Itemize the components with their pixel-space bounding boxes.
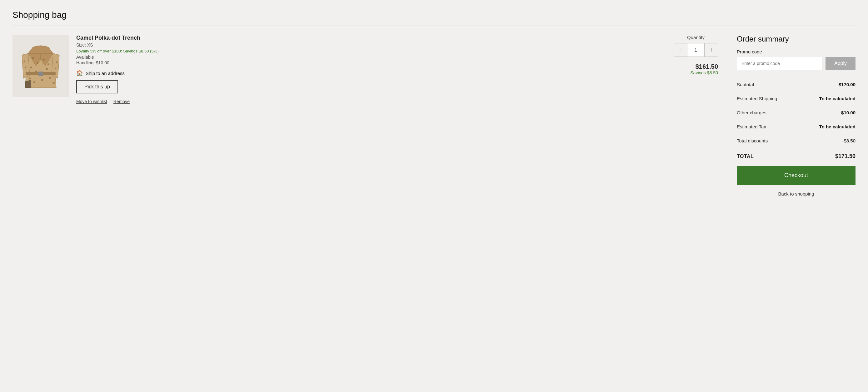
svg-point-2 xyxy=(32,57,34,59)
quantity-price-wrap: Quantity − 1 + $161.50 Savings $8.50 xyxy=(674,35,718,75)
ship-icon: 🏠 xyxy=(76,70,83,76)
svg-point-4 xyxy=(43,59,45,61)
total-label: TOTAL xyxy=(737,154,754,159)
product-size: Size: XS xyxy=(76,42,666,47)
product-name: Camel Polka-dot Trench xyxy=(76,35,666,41)
cart-actions: Move to wishlist Remove xyxy=(76,99,666,104)
discounts-label: Total discounts xyxy=(737,138,768,143)
summary-title: Order summary xyxy=(737,35,856,43)
svg-point-16 xyxy=(56,62,58,63)
summary-total-row: TOTAL $171.50 xyxy=(737,148,856,166)
subtotal-label: Subtotal xyxy=(737,82,754,87)
item-divider xyxy=(12,116,718,116)
summary-row-discounts: Total discounts -$8.50 xyxy=(737,134,856,148)
remove-button[interactable]: Remove xyxy=(114,99,130,104)
summary-row-other-charges: Other charges $10.00 xyxy=(737,105,856,120)
svg-rect-1 xyxy=(38,71,43,76)
main-layout: Camel Polka-dot Trench Size: XS Loyalty … xyxy=(12,35,856,196)
cart-section: Camel Polka-dot Trench Size: XS Loyalty … xyxy=(12,35,718,116)
quantity-section: Quantity − 1 + xyxy=(674,35,718,57)
quantity-label: Quantity xyxy=(687,35,705,40)
price-savings: Savings $8.50 xyxy=(690,70,718,75)
product-image xyxy=(12,35,69,97)
tax-label: Estimated Tax xyxy=(737,124,766,129)
promo-code-input[interactable] xyxy=(737,57,823,70)
price-main: $161.50 xyxy=(690,63,718,70)
price-section: $161.50 Savings $8.50 xyxy=(690,63,718,75)
promo-row: Apply xyxy=(737,57,856,70)
summary-row-shipping: Estimated Shipping To be calculated xyxy=(737,92,856,105)
ship-row: 🏠 Ship to an address xyxy=(76,70,666,76)
svg-point-15 xyxy=(25,67,27,68)
handling-text: Handling: $10.00 xyxy=(76,60,666,65)
quantity-controls: − 1 + xyxy=(674,43,718,57)
ship-label: Ship to an address xyxy=(86,71,125,76)
summary-row-subtotal: Subtotal $170.00 xyxy=(737,77,856,92)
product-details: Camel Polka-dot Trench Size: XS Loyalty … xyxy=(76,35,666,104)
svg-point-6 xyxy=(30,67,32,68)
title-divider xyxy=(12,26,856,26)
page-title: Shopping bag xyxy=(12,10,856,20)
checkout-button[interactable]: Checkout xyxy=(737,166,856,185)
svg-point-3 xyxy=(36,62,38,64)
shipping-label: Estimated Shipping xyxy=(737,96,777,101)
summary-row-tax: Estimated Tax To be calculated xyxy=(737,120,856,134)
pickup-button[interactable]: Pick this up xyxy=(76,80,118,93)
discounts-value: -$8.50 xyxy=(842,138,856,143)
svg-point-7 xyxy=(35,71,37,72)
order-summary: Order summary Promo code Apply Subtotal … xyxy=(737,35,856,196)
tax-value: To be calculated xyxy=(819,124,856,129)
summary-rows: Subtotal $170.00 Estimated Shipping To b… xyxy=(737,77,856,148)
back-to-shopping-link[interactable]: Back to shopping xyxy=(737,191,856,196)
other-charges-value: $10.00 xyxy=(841,110,856,115)
availability-text: Available xyxy=(76,55,666,60)
move-to-wishlist-button[interactable]: Move to wishlist xyxy=(76,99,107,104)
product-coat-svg xyxy=(19,38,62,94)
svg-point-10 xyxy=(33,81,35,83)
svg-point-17 xyxy=(55,68,57,69)
quantity-value: 1 xyxy=(687,43,704,57)
svg-point-12 xyxy=(49,77,51,79)
apply-promo-button[interactable]: Apply xyxy=(826,57,856,70)
svg-point-9 xyxy=(29,77,31,79)
quantity-decrease-button[interactable]: − xyxy=(674,43,687,57)
shipping-value: To be calculated xyxy=(819,96,856,101)
svg-point-13 xyxy=(53,82,55,84)
subtotal-value: $170.00 xyxy=(839,82,856,87)
quantity-increase-button[interactable]: + xyxy=(704,43,718,57)
total-value: $171.50 xyxy=(835,153,856,160)
svg-point-11 xyxy=(41,79,43,81)
other-charges-label: Other charges xyxy=(737,110,767,115)
svg-point-5 xyxy=(48,63,50,65)
promo-label: Promo code xyxy=(737,49,856,54)
svg-point-8 xyxy=(46,68,48,70)
cart-item: Camel Polka-dot Trench Size: XS Loyalty … xyxy=(12,35,718,113)
loyalty-text: Loyalty 5% off over $100: Savings $8.50 … xyxy=(76,49,666,54)
svg-point-14 xyxy=(24,61,25,62)
